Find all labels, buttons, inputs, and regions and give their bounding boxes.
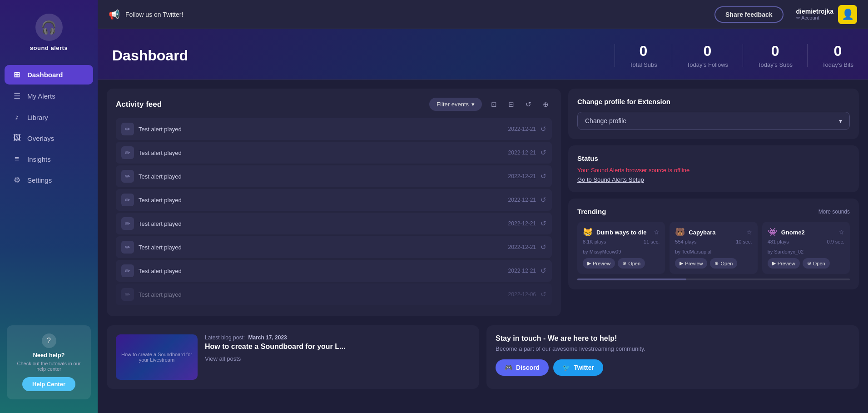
sidebar-item-dashboard[interactable]: ⊞ Dashboard	[5, 65, 93, 85]
scrollbar[interactable]	[577, 279, 850, 280]
favorite-star-icon[interactable]: ☆	[654, 229, 660, 236]
feed-refresh-icon[interactable]: ↺	[522, 98, 535, 111]
open-label: Open	[813, 261, 825, 266]
favorite-star-icon[interactable]: ☆	[746, 229, 752, 236]
trending-header: Trending More sounds	[577, 208, 850, 215]
preview-label: Preview	[778, 261, 795, 266]
preview-label: Preview	[685, 261, 703, 266]
replay-icon[interactable]: ↺	[541, 172, 546, 180]
blog-title: How to create a Soundboard for your L...	[205, 343, 345, 351]
topbar-follow-text: Follow us on Twitter!	[125, 11, 709, 18]
sidebar-item-overlays[interactable]: 🖼 Overlays	[5, 129, 93, 148]
sidebar-item-my-alerts[interactable]: ☰ My Alerts	[5, 86, 93, 106]
status-offline-text: Your Sound Alerts browser source is offl…	[577, 167, 850, 174]
trending-author: by MissyMeow09	[583, 249, 660, 254]
blog-latest-text: Latest blog post:	[205, 334, 245, 341]
help-center-button[interactable]: Help Center	[22, 377, 75, 391]
status-card: Status Your Sound Alerts browser source …	[568, 145, 859, 192]
stat-todays-subs: 0 Today's Subs	[758, 43, 793, 68]
twitter-button[interactable]: 🐦 Twitter	[553, 359, 603, 376]
replay-icon[interactable]: ↺	[541, 219, 546, 228]
sidebar-item-library[interactable]: ♪ Library	[5, 108, 93, 127]
table-row: ✏ Test alert played 2022-12-21 ↺	[116, 213, 552, 234]
preview-button[interactable]: ▶ Preview	[583, 258, 615, 269]
community-title: Stay in touch - We are here to help!	[496, 334, 850, 343]
sidebar: 🎧 sound alerts ⊞ Dashboard ☰ My Alerts ♪…	[0, 0, 98, 413]
share-feedback-button[interactable]: Share feedback	[714, 6, 784, 23]
blog-content: Latest blog post: March 17, 2023 How to …	[205, 334, 345, 362]
view-all-posts-link[interactable]: View all posts	[205, 355, 345, 362]
chevron-down-icon: ▾	[839, 117, 842, 124]
replay-icon[interactable]: ↺	[541, 149, 546, 157]
feed-row-date: 2022-12-21	[508, 244, 536, 250]
preview-button[interactable]: ▶ Preview	[675, 258, 707, 269]
stat-divider-1	[615, 44, 615, 67]
bottom-section: How to create a Soundboard for your Live…	[98, 325, 868, 398]
sidebar-item-label-my-alerts: My Alerts	[27, 92, 55, 100]
feed-row-date: 2022-12-21	[508, 149, 536, 156]
more-sounds-link[interactable]: More sounds	[818, 209, 850, 215]
open-button[interactable]: ⊕ Open	[710, 258, 737, 269]
status-setup-link[interactable]: Go to Sound Alerts Setup	[577, 176, 850, 183]
open-label: Open	[720, 261, 733, 266]
replay-icon[interactable]: ↺	[541, 196, 546, 204]
stat-todays-subs-value: 0	[758, 43, 793, 60]
trending-duration: 0.9 sec.	[827, 239, 844, 244]
blog-date: March 17, 2023	[248, 334, 287, 341]
feed-row-date: 2022-12-21	[508, 126, 536, 132]
stats-container: 0 Total Subs 0 Today's Follows 0 Today's…	[600, 43, 853, 68]
preview-label: Preview	[593, 261, 610, 266]
page-title: Dashboard	[112, 47, 600, 64]
feed-row-text: Test alert played	[139, 197, 504, 204]
replay-icon[interactable]: ↺	[541, 125, 546, 133]
stat-todays-follows-value: 0	[687, 43, 728, 60]
filter-events-button[interactable]: Filter events ▾	[429, 98, 482, 111]
feed-forward-icon[interactable]: ⊕	[539, 98, 552, 111]
feed-row-text: Test alert played	[139, 291, 504, 298]
open-button[interactable]: ⊕ Open	[618, 258, 645, 269]
feed-expand-icon[interactable]: ⊡	[487, 98, 500, 111]
replay-icon[interactable]: ↺	[541, 267, 546, 275]
discord-button[interactable]: 🎮 Discord	[496, 359, 549, 376]
feed-collapse-icon[interactable]: ⊟	[505, 98, 517, 111]
feed-row-text: Test alert played	[139, 149, 504, 156]
list-item: 👾 Gnome2 ☆ 481 plays 0.9 sec. by Sardony…	[762, 222, 850, 274]
trending-meta: 554 plays 10 sec.	[675, 239, 752, 244]
community-desc: Become a part of our awesome livestreami…	[496, 345, 850, 352]
trending-duration: 10 sec.	[736, 239, 752, 244]
trending-duration: 11 sec.	[644, 239, 660, 244]
main-grid: Activity feed Filter events ▾ ⊡ ⊟ ↺ ⊕ ✏	[98, 80, 868, 325]
trending-plays: 481 plays	[768, 239, 789, 244]
trending-sound-name: Dumb ways to die	[596, 229, 650, 236]
open-button[interactable]: ⊕ Open	[803, 258, 830, 269]
sidebar-item-label-settings: Settings	[27, 176, 52, 184]
plus-icon: ⊕	[622, 260, 626, 266]
replay-icon[interactable]: ↺	[541, 290, 546, 299]
blog-thumbnail: How to create a Soundboard for your Live…	[116, 334, 198, 380]
trending-item-header: 😸 Dumb ways to die ☆	[583, 227, 660, 237]
content-area: Dashboard 0 Total Subs 0 Today's Follows…	[98, 29, 868, 413]
stat-todays-subs-label: Today's Subs	[758, 61, 793, 68]
replay-icon[interactable]: ↺	[541, 243, 546, 251]
sidebar-item-settings[interactable]: ⚙ Settings	[5, 170, 93, 190]
favorite-star-icon[interactable]: ☆	[838, 229, 844, 236]
feed-row-text: Test alert played	[139, 244, 504, 251]
dashboard-header: Dashboard 0 Total Subs 0 Today's Follows…	[98, 29, 868, 80]
preview-button[interactable]: ▶ Preview	[768, 258, 800, 269]
change-profile-dropdown[interactable]: Change profile ▾	[577, 112, 850, 130]
feed-row-date: 2022-12-21	[508, 173, 536, 179]
trending-sound-name: Gnome2	[781, 229, 835, 236]
settings-icon: ⚙	[12, 175, 22, 185]
trending-card: Trending More sounds 😸 Dumb ways to die …	[568, 199, 859, 289]
change-profile-card: Change profile for Extension Change prof…	[568, 89, 859, 139]
trending-plays: 8.1K plays	[583, 239, 606, 244]
trending-buttons: ▶ Preview ⊕ Open	[583, 258, 660, 269]
plus-icon: ⊕	[714, 260, 719, 266]
stat-total-subs-label: Total Subs	[630, 61, 657, 68]
trending-grid: 😸 Dumb ways to die ☆ 8.1K plays 11 sec. …	[577, 222, 850, 274]
change-profile-title: Change profile for Extension	[577, 98, 850, 105]
blog-latest-label: Latest blog post: March 17, 2023	[205, 334, 345, 341]
avatar[interactable]: 👤	[838, 5, 857, 24]
sidebar-item-insights[interactable]: ≡ Insights	[5, 149, 93, 169]
feed-row-alert-icon: ✏	[121, 146, 134, 159]
